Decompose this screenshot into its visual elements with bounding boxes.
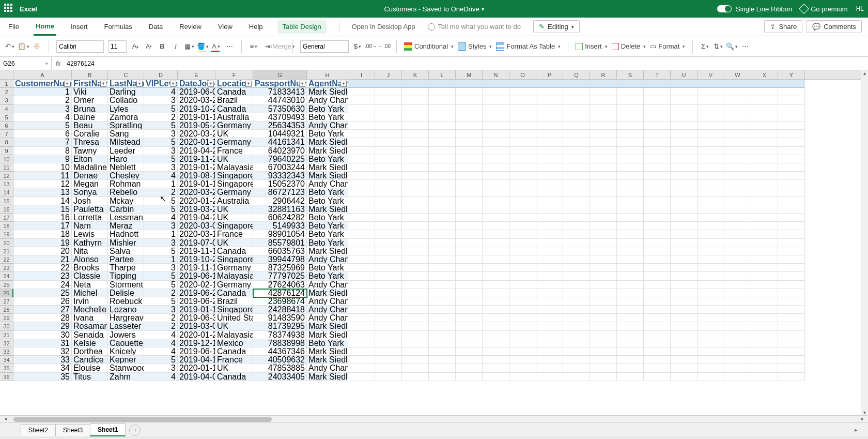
cell[interactable] [644, 331, 671, 339]
cell[interactable] [563, 197, 590, 205]
cell[interactable] [751, 113, 778, 122]
cell[interactable] [751, 289, 778, 297]
cell[interactable]: Tharpe [108, 264, 144, 272]
cell[interactable]: 2019-04-22 [178, 147, 215, 155]
cell[interactable]: 11 [13, 172, 72, 180]
row-header[interactable]: 4 [0, 105, 13, 113]
cell[interactable]: Viki [72, 88, 108, 96]
cell[interactable] [698, 147, 724, 155]
cell[interactable]: Irvin [72, 297, 108, 306]
format-painter-button[interactable]: ✇ [32, 42, 41, 51]
cell[interactable] [483, 80, 509, 88]
cell[interactable]: UK [215, 239, 253, 247]
cell[interactable]: Mechelle [72, 306, 108, 314]
cell[interactable]: 2019-11-19 [178, 247, 215, 255]
cell[interactable]: Beto Yark [307, 239, 348, 247]
cell[interactable] [429, 230, 456, 238]
cell[interactable] [698, 373, 724, 381]
cell[interactable] [617, 373, 644, 381]
cell[interactable] [590, 373, 617, 381]
cell[interactable] [590, 314, 617, 322]
cell[interactable] [483, 281, 509, 289]
cell[interactable] [751, 373, 778, 381]
row-header[interactable]: 24 [0, 272, 13, 280]
cell[interactable] [456, 356, 483, 364]
cell[interactable]: Mark Siedling [307, 322, 348, 330]
cell[interactable] [563, 364, 590, 372]
find-button[interactable]: 🔍▾ [727, 42, 736, 51]
cell[interactable] [348, 356, 375, 364]
cell[interactable]: Andy Champan [307, 96, 348, 104]
cell[interactable]: Hargreaves [108, 314, 144, 322]
cell[interactable] [724, 172, 751, 180]
horizontal-scrollbar[interactable]: ◂ ▸ [0, 415, 868, 422]
cell[interactable] [509, 339, 536, 347]
cell[interactable] [644, 163, 671, 172]
cell[interactable] [402, 255, 429, 264]
cell[interactable]: 28 [13, 314, 72, 322]
cell[interactable]: Beto Yark [307, 264, 348, 272]
cell[interactable] [402, 113, 429, 122]
row-header[interactable]: 8 [0, 138, 13, 146]
cell[interactable] [617, 297, 644, 306]
cell[interactable] [429, 88, 456, 96]
cell[interactable] [429, 138, 456, 146]
cell[interactable] [536, 197, 563, 205]
cell[interactable] [375, 356, 402, 364]
vertical-scrollbar[interactable]: ▴ ▾ [861, 70, 868, 415]
cell[interactable]: Brazil [215, 297, 253, 306]
cell[interactable]: 2019-04-16 [178, 356, 215, 364]
row-header[interactable]: 1 [0, 80, 13, 88]
cell[interactable] [724, 138, 751, 146]
cell[interactable]: Singapore [215, 222, 253, 230]
column-header-A[interactable]: A [13, 70, 72, 79]
cell[interactable] [375, 247, 402, 255]
cell[interactable]: Ivana [72, 314, 108, 322]
cell[interactable] [617, 172, 644, 180]
cell[interactable] [429, 130, 456, 138]
cell[interactable]: Hadnott [108, 230, 144, 238]
cell[interactable] [617, 314, 644, 322]
cell[interactable] [563, 80, 590, 88]
cell[interactable] [590, 113, 617, 122]
cell[interactable]: 85579801 [253, 239, 307, 247]
cell[interactable] [563, 289, 590, 297]
cell[interactable] [698, 255, 724, 264]
cell[interactable] [644, 255, 671, 264]
cell[interactable] [348, 297, 375, 306]
cell[interactable] [563, 247, 590, 255]
cell[interactable]: Alonso [72, 255, 108, 264]
cell[interactable] [563, 373, 590, 381]
cell[interactable]: Andy Champan [307, 306, 348, 314]
cell[interactable]: UK [215, 214, 253, 222]
cell[interactable] [698, 281, 724, 289]
cell[interactable] [644, 172, 671, 180]
cell[interactable] [698, 105, 724, 113]
cell[interactable] [483, 155, 509, 163]
cell[interactable]: Canada [215, 247, 253, 255]
cell[interactable] [698, 222, 724, 230]
cell[interactable]: Mishler [108, 239, 144, 247]
cell[interactable] [402, 347, 429, 356]
cell[interactable] [778, 122, 805, 130]
cell[interactable] [456, 289, 483, 297]
cell[interactable] [483, 197, 509, 205]
cell[interactable] [429, 281, 456, 289]
cell[interactable] [509, 356, 536, 364]
cell[interactable]: 24033405 [253, 373, 307, 381]
cell[interactable] [348, 113, 375, 122]
sort-filter-button[interactable]: ⇅▾ [714, 42, 723, 51]
cell[interactable] [644, 347, 671, 356]
cell[interactable] [724, 272, 751, 280]
cell[interactable] [590, 331, 617, 339]
cell[interactable]: 43709493 [253, 113, 307, 122]
cell[interactable] [509, 163, 536, 172]
cell[interactable] [483, 88, 509, 96]
cell[interactable]: Coralie [72, 130, 108, 138]
cell[interactable] [483, 130, 509, 138]
cell[interactable] [483, 255, 509, 264]
cell[interactable] [375, 130, 402, 138]
cell[interactable] [617, 205, 644, 214]
cell[interactable]: 2019-04-27 [178, 214, 215, 222]
cell[interactable] [671, 214, 698, 222]
